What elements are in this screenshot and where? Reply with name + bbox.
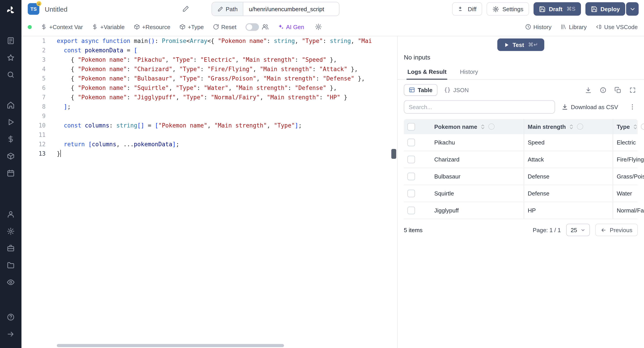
line-number: 12 — [22, 140, 46, 149]
sort-icon[interactable] — [568, 124, 574, 130]
add-resource-button[interactable]: +Resource — [134, 24, 170, 30]
edit-path-button[interactable]: Path — [212, 2, 244, 16]
row-checkbox[interactable] — [408, 207, 415, 214]
table-row: CharizardAttackFire/Flying — [404, 151, 638, 168]
multiplayer-toggle[interactable] — [245, 23, 259, 31]
horizontal-scrollbar[interactable] — [57, 344, 284, 347]
code-content[interactable]: export async function main(): Promise<Ar… — [53, 36, 397, 158]
code-line[interactable]: export async function main(): Promise<Ar… — [57, 36, 397, 46]
history-button[interactable]: History — [525, 24, 552, 30]
star-icon[interactable] — [3, 50, 18, 65]
column-option-circle[interactable] — [488, 124, 495, 130]
view-table-button[interactable]: Table — [404, 84, 438, 96]
add-context-var-label: +Context Var — [49, 24, 83, 30]
tab-logs-result[interactable]: Logs & Result — [406, 64, 448, 80]
search-input[interactable] — [404, 100, 555, 114]
editor-settings-gear-icon[interactable] — [313, 22, 324, 32]
overview-ruler-marker — [391, 149, 396, 159]
row-checkbox[interactable] — [408, 190, 415, 197]
code-line[interactable]: } — [57, 149, 397, 158]
result-table: Pokemon nameMain strengthType PikachuSpe… — [404, 119, 638, 219]
folders-icon[interactable] — [3, 258, 18, 273]
download-result-icon[interactable] — [583, 85, 594, 95]
tab-history[interactable]: History — [459, 64, 479, 80]
sparkles-icon — [278, 24, 284, 30]
workers-icon[interactable] — [3, 241, 18, 256]
test-button[interactable]: Test ⌘↵ — [497, 38, 544, 51]
column-header-label: Main strength — [528, 123, 566, 130]
edit-title-pencil-icon[interactable] — [180, 4, 191, 14]
user-icon[interactable] — [3, 207, 18, 222]
code-line[interactable]: { "Pokemon name": "Squirtle", "Type": "W… — [57, 83, 397, 92]
kebab-menu-icon[interactable] — [627, 102, 638, 112]
row-checkbox[interactable] — [408, 173, 415, 180]
use-vscode-button[interactable]: Use VSCode — [596, 24, 638, 30]
header: TS Untitled Path u/henri/ — [22, 0, 644, 36]
sort-icon[interactable] — [632, 124, 638, 130]
page-size-select[interactable]: 25 — [566, 224, 590, 236]
ai-gen-button[interactable]: AI Gen — [278, 24, 304, 30]
code-line[interactable] — [57, 112, 397, 121]
windmill-logo-icon[interactable] — [5, 4, 16, 16]
table-cell: Pikachu — [431, 134, 524, 151]
sort-icon[interactable] — [480, 124, 486, 130]
result-table-body: PikachuSpeedElectricCharizardAttackFire/… — [404, 134, 638, 219]
library-button[interactable]: Library — [560, 24, 587, 30]
resources-icon[interactable] — [3, 148, 18, 164]
add-type-button[interactable]: +Type — [179, 24, 204, 30]
row-checkbox[interactable] — [408, 156, 415, 163]
path-value[interactable]: u/henri/unencumbered_script — [244, 2, 339, 16]
row-checkbox[interactable] — [408, 139, 415, 146]
download-csv-button[interactable]: Download as CSV — [559, 103, 621, 111]
add-variable-button[interactable]: +Variable — [92, 24, 125, 30]
settings-button[interactable]: Settings — [487, 2, 529, 16]
file-type-label: TS — [30, 6, 37, 12]
line-number: 6 — [22, 83, 46, 92]
deploy-button[interactable]: Deploy — [585, 2, 625, 16]
history-clock-icon — [525, 24, 531, 30]
table-cell: Charizard — [431, 151, 524, 168]
search-icon[interactable] — [3, 67, 18, 82]
code-line[interactable] — [57, 130, 397, 140]
audit-eye-icon[interactable] — [3, 275, 18, 290]
home-icon[interactable] — [3, 98, 18, 113]
select-all-checkbox[interactable] — [408, 123, 415, 130]
column-option-circle[interactable] — [577, 124, 583, 130]
code-line[interactable]: const columns: string[] = ["Pokemon name… — [57, 121, 397, 130]
copy-icon[interactable] — [613, 85, 623, 95]
help-icon[interactable] — [3, 310, 18, 325]
status-dot — [28, 25, 32, 29]
variables-icon[interactable] — [3, 132, 18, 147]
code-line[interactable]: { "Pokemon name": "Charizard", "Type": "… — [57, 64, 397, 74]
line-number: 5 — [22, 74, 46, 83]
previous-page-button[interactable]: Previous — [596, 224, 638, 236]
users-icon — [262, 23, 268, 30]
line-number: 7 — [22, 92, 46, 102]
runs-icon[interactable] — [3, 114, 18, 130]
expand-sidebar-icon[interactable] — [3, 326, 18, 342]
view-json-button[interactable]: {} JSON — [439, 84, 474, 96]
code-line[interactable]: { "Pokemon name": "Jigglypuff", "Type": … — [57, 92, 397, 102]
column-option-circle[interactable] — [641, 124, 644, 130]
test-shortcut: ⌘↵ — [528, 42, 538, 48]
editor-toolbar: +Context Var +Variable +Resource +Type R… — [22, 18, 644, 36]
code-line[interactable]: const pokemonData = [ — [57, 46, 397, 55]
code-line[interactable]: ]; — [57, 102, 397, 112]
expand-icon[interactable] — [628, 85, 638, 95]
code-line[interactable]: return [columns, ...pokemonData]; — [57, 140, 397, 149]
table-cell: Speed — [524, 134, 613, 151]
settings-gear-icon[interactable] — [3, 224, 18, 239]
code-line[interactable]: { "Pokemon name": "Pikachu", "Type": "El… — [57, 55, 397, 64]
deploy-dropdown-button[interactable] — [626, 2, 639, 16]
reset-button[interactable]: Reset — [213, 24, 236, 30]
add-context-var-button[interactable]: +Context Var — [41, 24, 83, 30]
diff-button[interactable]: Diff — [452, 2, 482, 16]
chevron-down-icon — [629, 6, 636, 12]
apps-icon[interactable] — [3, 33, 18, 48]
code-line[interactable]: { "Pokemon name": "Bulbasaur", "Type": "… — [57, 74, 397, 83]
draft-button[interactable]: Draft ⌘S — [534, 2, 581, 16]
info-icon[interactable] — [598, 85, 608, 95]
table-cell: Bulbasaur — [431, 168, 524, 185]
code-editor[interactable]: 12345678910111213 export async function … — [22, 36, 398, 348]
schedules-icon[interactable] — [3, 166, 18, 181]
